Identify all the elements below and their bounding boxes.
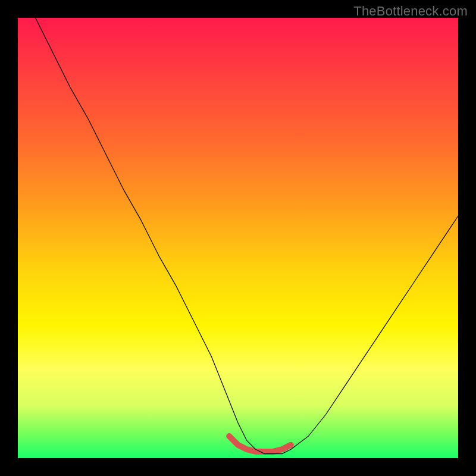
curve-highlight-segment xyxy=(229,436,291,452)
curve-overlay xyxy=(18,18,458,458)
chart-frame: TheBottleneck.com xyxy=(0,0,476,476)
plot-gradient-background xyxy=(18,18,458,458)
watermark-text: TheBottleneck.com xyxy=(353,4,468,19)
bottleneck-curve-line xyxy=(36,18,458,454)
